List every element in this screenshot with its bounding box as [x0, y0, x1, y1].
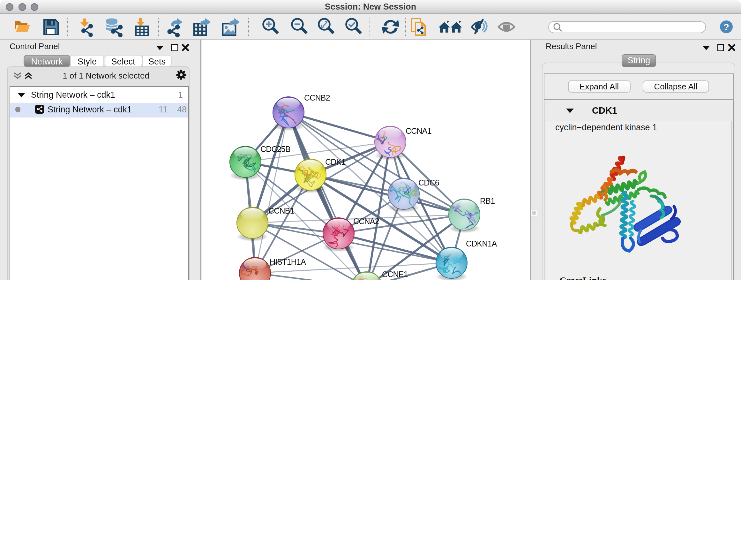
svg-text:CDC25B: CDC25B	[260, 145, 290, 153]
svg-text:CCNE1: CCNE1	[382, 270, 408, 279]
svg-text:HIST1H1A: HIST1H1A	[269, 257, 306, 266]
svg-text:CDK1: CDK1	[325, 158, 345, 166]
svg-text:CCNB2: CCNB2	[304, 93, 330, 102]
svg-text:RB1: RB1	[480, 196, 494, 205]
svg-text:?: ?	[724, 21, 729, 32]
svg-text:CCNA2: CCNA2	[353, 217, 379, 226]
svg-text:CCNA1: CCNA1	[405, 126, 431, 135]
svg-text:CCNB1: CCNB1	[268, 206, 294, 215]
svg-text:CDKN1A: CDKN1A	[466, 239, 497, 248]
svg-text:CDC6: CDC6	[418, 178, 439, 187]
